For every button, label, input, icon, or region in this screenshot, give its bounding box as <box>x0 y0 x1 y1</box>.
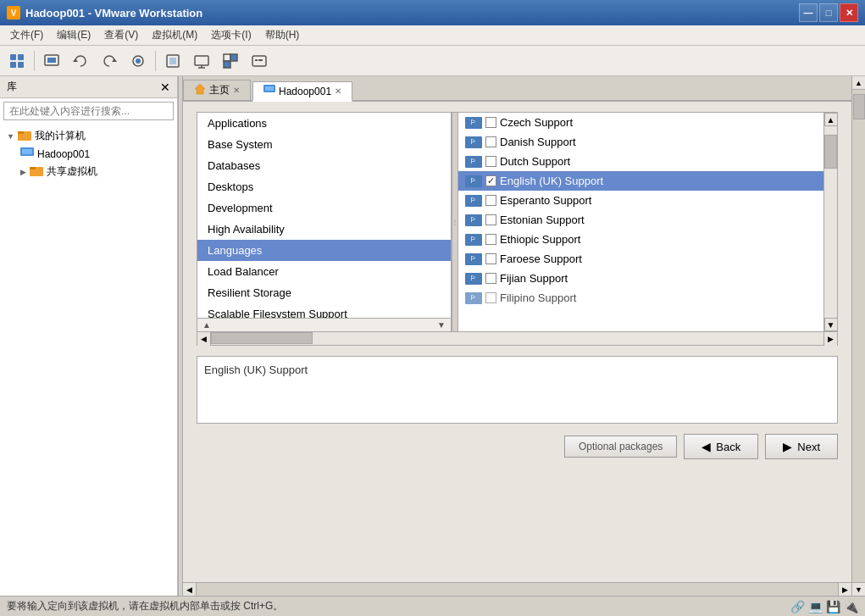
pkg-checkbox-esperanto[interactable] <box>485 195 496 206</box>
content-h-scroll-left[interactable]: ◀ <box>183 583 197 597</box>
svg-rect-7 <box>47 58 56 63</box>
pkg-czech[interactable]: 🏳 Czech Support <box>458 113 823 132</box>
pkg-flag-dutch: 🏳 <box>465 156 482 168</box>
cat-base-system[interactable]: Base System <box>197 134 451 155</box>
toolbar-revert-btn[interactable] <box>67 49 94 73</box>
app-icon: V <box>7 6 20 19</box>
pkg-filipino[interactable]: 🏳 Filipino Support <box>458 288 823 308</box>
pkg-splitter[interactable]: ⋮ <box>452 113 458 331</box>
vm-icon <box>20 147 34 161</box>
pkg-checkbox-danish[interactable] <box>485 136 496 147</box>
pkg-danish[interactable]: 🏳 Danish Support <box>458 132 823 152</box>
right-scroll-up[interactable]: ▲ <box>852 76 866 90</box>
toolbar-fullscreen-btn[interactable] <box>188 49 215 73</box>
sidebar-item-label-mycomputer: 我的计算机 <box>35 129 86 143</box>
cat-high-availability[interactable]: High Availability <box>197 219 451 240</box>
svg-marker-9 <box>112 58 117 62</box>
sidebar-item-label-hadoop: Hadoop001 <box>37 148 90 160</box>
toolbar-btn-1[interactable] <box>3 49 30 73</box>
left-scroll-down[interactable]: ▼ <box>434 319 449 331</box>
menu-tab[interactable]: 选项卡(I) <box>204 26 258 44</box>
cat-resilient-storage[interactable]: Resilient Storage <box>197 282 451 303</box>
scroll-up-arrow[interactable]: ▲ <box>824 113 838 126</box>
toolbar-unity-btn[interactable] <box>217 49 244 73</box>
toolbar-snapshot-btn[interactable] <box>125 49 152 73</box>
pkg-ethiopic[interactable]: 🏳 Ethiopic Support <box>458 230 823 249</box>
svg-rect-26 <box>22 149 32 154</box>
scroll-down-arrow[interactable]: ▼ <box>824 318 838 331</box>
sidebar-item-shared-vms[interactable]: ▶ 共享虚拟机 <box>0 163 177 180</box>
menu-edit[interactable]: 编辑(E) <box>50 26 97 44</box>
right-scroll-track <box>852 90 865 582</box>
back-button[interactable]: ◀ Back <box>684 434 758 459</box>
right-scroll-thumb[interactable] <box>853 94 865 119</box>
h-scroll-area: ◀ ▶ <box>197 332 838 346</box>
sidebar-item-hadoop001[interactable]: Hadoop001 <box>0 145 177 163</box>
cat-desktops[interactable]: Desktops <box>197 176 451 197</box>
tab-hadoop-close[interactable]: ✕ <box>335 86 341 96</box>
pkg-checkbox-english[interactable]: ✓ <box>485 175 496 186</box>
sidebar-close-icon[interactable]: ✕ <box>160 80 170 94</box>
back-label: Back <box>716 441 740 453</box>
close-button[interactable]: ✕ <box>840 3 858 22</box>
tab-hadoop001[interactable]: Hadoop001 ✕ <box>252 81 352 102</box>
pkg-flag-danish: 🏳 <box>465 136 482 148</box>
menu-file[interactable]: 文件(F) <box>3 26 50 44</box>
sidebar-item-mycomputer[interactable]: ▼ 我的计算机 <box>0 127 177 145</box>
svg-rect-14 <box>195 56 208 65</box>
cat-databases[interactable]: Databases <box>197 155 451 176</box>
pkg-esperanto[interactable]: 🏳 Esperanto Support <box>458 191 823 210</box>
pkg-estonian[interactable]: 🏳 Estonian Support <box>458 210 823 230</box>
pkg-checkbox-faroese[interactable] <box>485 253 496 264</box>
left-scroll-up[interactable]: ▲ <box>199 319 214 331</box>
pkg-checkbox-ethiopic[interactable] <box>485 234 496 245</box>
menu-vm[interactable]: 虚拟机(M) <box>145 26 204 44</box>
toolbar-ctrl-alt-del-btn[interactable] <box>246 49 273 73</box>
tab-home[interactable]: 主页 ✕ <box>183 80 251 100</box>
h-scroll-left[interactable]: ◀ <box>197 332 211 346</box>
pkg-faroese[interactable]: 🏳 Faroese Support <box>458 249 823 269</box>
toolbar-fit-btn[interactable] <box>159 49 186 73</box>
svg-marker-8 <box>73 58 78 62</box>
pkg-checkbox-fijian[interactable] <box>485 273 496 284</box>
right-scroll-down[interactable]: ▼ <box>852 582 866 596</box>
scroll-track <box>824 126 837 318</box>
pkg-checkbox-dutch[interactable] <box>485 156 496 167</box>
pkg-checkbox-filipino[interactable] <box>485 292 496 303</box>
svg-rect-22 <box>258 59 263 61</box>
minimize-button[interactable]: — <box>799 3 818 22</box>
status-text: 要将输入定向到该虚拟机，请在虚拟机内部单击或按 Ctrl+G。 <box>7 599 283 613</box>
optional-packages-button[interactable]: Optional packages <box>564 436 677 458</box>
pkg-english-uk[interactable]: 🏳 ✓ English (UK) Support <box>458 171 823 191</box>
pkg-checkbox-estonian[interactable] <box>485 214 496 225</box>
next-button[interactable]: ▶ Next <box>765 434 838 459</box>
scroll-thumb[interactable] <box>824 135 837 169</box>
menu-help[interactable]: 帮助(H) <box>258 26 307 44</box>
toolbar-redo-btn[interactable] <box>96 49 123 73</box>
h-scroll-thumb[interactable] <box>211 332 313 344</box>
cat-development[interactable]: Development <box>197 197 451 219</box>
title-bar: V Hadoop001 - VMware Workstation — □ ✕ <box>0 0 865 25</box>
maximize-button[interactable]: □ <box>819 3 838 22</box>
content-h-scroll-right[interactable]: ▶ <box>838 583 851 597</box>
package-scroll[interactable]: 🏳 Czech Support 🏳 Danish Support 🏳 <box>458 113 823 331</box>
cat-load-balancer[interactable]: Load Balancer <box>197 261 451 282</box>
sidebar-search-input[interactable] <box>3 102 174 120</box>
pkg-dutch[interactable]: 🏳 Dutch Support <box>458 152 823 171</box>
pkg-flag-esperanto: 🏳 <box>465 195 482 207</box>
svg-marker-29 <box>195 84 205 94</box>
pkg-checkbox-czech[interactable] <box>485 117 496 128</box>
menu-view[interactable]: 查看(V) <box>97 26 145 44</box>
svg-rect-19 <box>224 61 230 68</box>
status-icons: 🔗 💻 💾 🔌 <box>790 600 858 613</box>
cat-applications[interactable]: Applications <box>197 113 451 134</box>
pkg-fijian[interactable]: 🏳 Fijian Support <box>458 269 823 288</box>
cat-languages[interactable]: Languages <box>197 240 451 261</box>
pkg-label-estonian: Estonian Support <box>500 214 585 226</box>
toolbar-vm-btn[interactable] <box>38 49 65 73</box>
cat-scalable-filesystem[interactable]: Scalable Filesystem Support <box>197 303 451 318</box>
tab-home-close[interactable]: ✕ <box>233 86 240 95</box>
h-scroll-right[interactable]: ▶ <box>823 332 837 346</box>
category-scroll[interactable]: Applications Base System Databases Deskt… <box>197 113 451 318</box>
category-list: Applications Base System Databases Deskt… <box>197 113 452 331</box>
